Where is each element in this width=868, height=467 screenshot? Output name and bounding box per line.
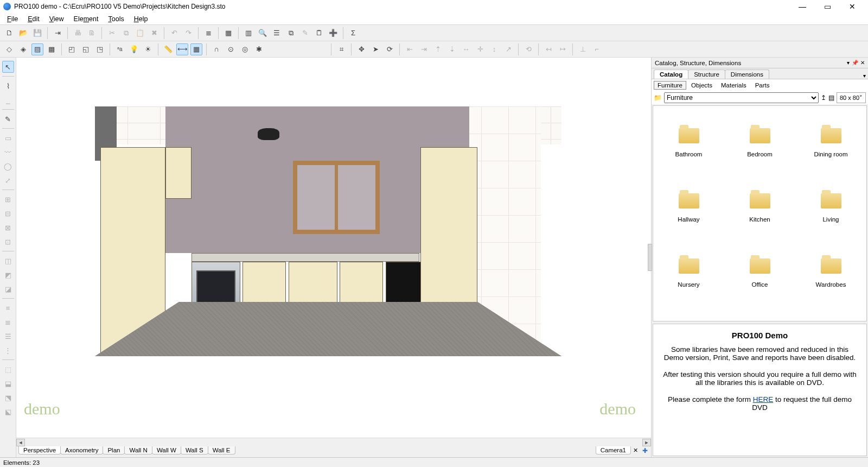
textured-icon[interactable]: ▩ xyxy=(46,43,58,55)
t13-icon[interactable]: ⬓ xyxy=(2,377,14,389)
t1-icon[interactable]: ⊞ xyxy=(2,193,14,205)
snap-h-icon[interactable]: ∩ xyxy=(210,43,222,55)
al8-icon[interactable]: ↗ xyxy=(502,43,514,55)
thumb-size-select[interactable]: 80 x 80 ˅ xyxy=(837,92,866,103)
dim-v-icon[interactable]: ↦ xyxy=(557,43,569,55)
view-box-icon[interactable]: ◳ xyxy=(94,43,106,55)
subtab-furniture[interactable]: Furniture xyxy=(654,81,686,90)
undo-icon[interactable]: ↶ xyxy=(168,27,180,39)
snap-center-icon[interactable]: ◎ xyxy=(239,43,251,55)
ruler-icon[interactable]: 📏 xyxy=(162,43,174,55)
al6-icon[interactable]: ✛ xyxy=(474,43,486,55)
select-tool-icon[interactable]: ↖ xyxy=(2,61,14,73)
new-file-icon[interactable]: 🗋 xyxy=(3,27,15,39)
line-tool-icon[interactable]: ⎯ xyxy=(2,94,14,106)
t15-icon[interactable]: ⬕ xyxy=(2,406,14,418)
menu-view[interactable]: View xyxy=(44,14,69,24)
tab-perspective[interactable]: Perspective xyxy=(18,446,61,455)
tab-dimensions[interactable]: Dimensions xyxy=(725,70,769,79)
close-button[interactable]: ✕ xyxy=(840,0,865,13)
panel-dropdown-icon[interactable]: ▾ xyxy=(847,60,850,66)
t7-icon[interactable]: ◪ xyxy=(2,283,14,295)
tab-catalog[interactable]: Catalog xyxy=(654,70,688,79)
t14-icon[interactable]: ⬔ xyxy=(2,392,14,403)
layers-icon[interactable]: ≣ xyxy=(202,27,214,39)
tab-wall-n[interactable]: Wall N xyxy=(124,446,152,455)
dim-h-icon[interactable]: ↤ xyxy=(542,43,554,55)
sun-icon[interactable]: ☀ xyxy=(142,43,154,55)
dimensions-icon[interactable]: ⧉ xyxy=(285,27,297,39)
save-icon[interactable]: 💾 xyxy=(31,27,43,39)
panel-collapse-handle[interactable] xyxy=(648,244,652,271)
eyedrop-icon[interactable]: ✎ xyxy=(2,113,14,125)
folder-wardrobes[interactable]: Wardrobes xyxy=(795,241,866,306)
export-icon[interactable]: ⇥ xyxy=(52,27,63,39)
tab-wall-w[interactable]: Wall W xyxy=(152,446,181,455)
t11-icon[interactable]: ⋮ xyxy=(2,344,14,356)
redo-icon[interactable]: ↷ xyxy=(182,27,194,39)
copy-icon[interactable]: ⧉ xyxy=(120,27,132,39)
folder-office[interactable]: Office xyxy=(724,241,795,306)
pointer-icon[interactable]: ➤ xyxy=(369,43,381,55)
tab-wall-s[interactable]: Wall S xyxy=(181,446,208,455)
hidden-icon[interactable]: ◈ xyxy=(17,43,29,55)
structure-icon[interactable]: ☰ xyxy=(271,27,283,39)
report-icon[interactable]: 🗒 xyxy=(313,27,325,39)
tab-axonometry[interactable]: Axonometry xyxy=(60,446,103,455)
folder-nursery[interactable]: Nursery xyxy=(653,241,724,306)
t2-icon[interactable]: ⊟ xyxy=(2,207,14,219)
catalog-icon[interactable]: ▥ xyxy=(242,27,254,39)
print-icon[interactable]: 🖶 xyxy=(72,27,84,39)
folder-bedroom[interactable]: Bedroom xyxy=(724,110,795,175)
t6-icon[interactable]: ◩ xyxy=(2,269,14,281)
panel-pin-icon[interactable]: 📌 xyxy=(852,60,858,66)
menu-file[interactable]: File xyxy=(2,14,23,24)
tab-structure[interactable]: Structure xyxy=(688,70,725,79)
camera-tab[interactable]: Camera1 xyxy=(596,446,631,455)
al3-icon[interactable]: ⇡ xyxy=(432,43,444,55)
al1-icon[interactable]: ⇤ xyxy=(404,43,416,55)
t5-icon[interactable]: ◫ xyxy=(2,255,14,267)
viewport[interactable]: demo demo ◄ ► Perspective Axonometry Pla… xyxy=(16,58,651,457)
light-icon[interactable]: 💡 xyxy=(128,43,140,55)
paste-icon[interactable]: 📋 xyxy=(134,27,146,39)
open-file-icon[interactable]: 📂 xyxy=(17,27,29,39)
al5-icon[interactable]: ↔ xyxy=(460,43,472,55)
measure-icon[interactable]: ⤢ xyxy=(2,174,14,186)
sel-all-icon[interactable]: ⌗ xyxy=(335,43,347,55)
al4-icon[interactable]: ⇣ xyxy=(446,43,458,55)
wire-icon[interactable]: ◇ xyxy=(3,43,15,55)
snap-target-icon[interactable]: ✱ xyxy=(253,43,265,55)
maximize-button[interactable]: ▭ xyxy=(815,0,840,13)
demo-here-link[interactable]: HERE xyxy=(753,395,774,403)
t9-icon[interactable]: ≣ xyxy=(2,316,14,328)
t12-icon[interactable]: ⬚ xyxy=(2,363,14,375)
subtab-parts[interactable]: Parts xyxy=(751,81,774,90)
subtab-materials[interactable]: Materials xyxy=(717,81,750,90)
persp-icon[interactable]: ◰ xyxy=(66,43,78,55)
scroll-right-icon[interactable]: ► xyxy=(642,439,651,446)
folder-dining[interactable]: Dining room xyxy=(795,110,866,175)
folder-living[interactable]: Living xyxy=(795,175,866,241)
folder-bathroom[interactable]: Bathroom xyxy=(653,110,724,175)
folder-kitchen[interactable]: Kitchen xyxy=(724,175,795,241)
path-select[interactable]: Furniture xyxy=(664,92,819,103)
view-mode-icon[interactable]: ▤ xyxy=(828,94,834,102)
grid-toggle-icon[interactable]: ▦ xyxy=(190,43,202,55)
rot-h-icon[interactable]: ⟲ xyxy=(522,43,534,55)
search-icon[interactable]: 🔍 xyxy=(257,27,269,39)
circle-icon[interactable]: ◯ xyxy=(2,160,14,172)
camera-close-icon[interactable]: ✕ xyxy=(633,447,638,454)
folder-hallway[interactable]: Hallway xyxy=(653,175,724,241)
label-toggle-icon[interactable]: ªa xyxy=(114,43,126,55)
rotate-z-icon[interactable]: ⟳ xyxy=(384,43,395,55)
menu-edit[interactable]: Edit xyxy=(23,14,44,24)
tab-wall-e[interactable]: Wall E xyxy=(208,446,235,455)
sum-icon[interactable]: Σ xyxy=(347,27,359,39)
move-icon[interactable]: ✥ xyxy=(355,43,367,55)
rect-icon[interactable]: ▭ xyxy=(2,132,14,144)
t4-icon[interactable]: ⊡ xyxy=(2,236,14,248)
tabs-overflow-icon[interactable]: ▾ xyxy=(863,73,866,79)
axo-icon[interactable]: ◱ xyxy=(80,43,92,55)
tab-plan[interactable]: Plan xyxy=(103,446,125,455)
